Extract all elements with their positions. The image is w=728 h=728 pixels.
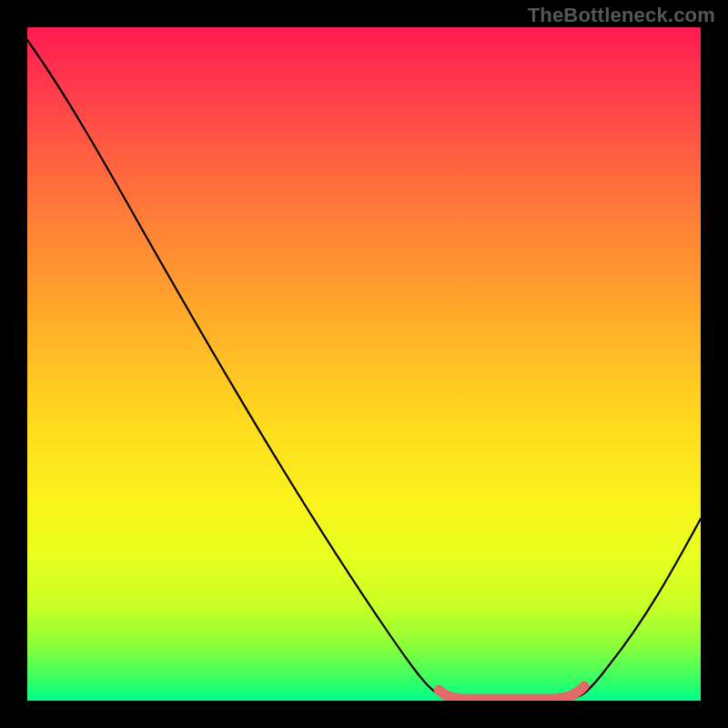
curve-svg [27,27,701,701]
chart-area [27,27,701,701]
watermark-text: TheBottleneck.com [528,4,715,27]
highlight-segment [439,686,584,699]
bottleneck-curve [27,40,701,701]
